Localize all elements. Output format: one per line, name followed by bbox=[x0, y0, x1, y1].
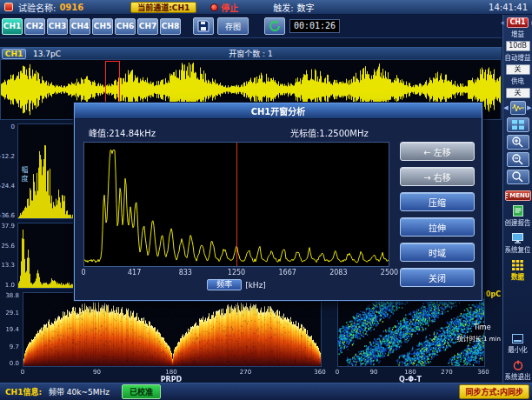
power-value[interactable]: 关 bbox=[506, 88, 530, 98]
power-label: 供电 bbox=[511, 77, 524, 85]
menu-icon bbox=[506, 193, 509, 198]
timer-reset-icon bbox=[269, 20, 281, 32]
power-exit-icon bbox=[513, 360, 523, 370]
spectrum-y-axis: 0 -12.2 -24.4 -36.6 bbox=[0, 123, 17, 219]
sidebar-item-label: 创建报告 bbox=[505, 217, 531, 227]
band-value: 频带 40k~5MHz bbox=[49, 386, 110, 397]
test-name-label: 试验名称: bbox=[18, 1, 56, 14]
save-icon bbox=[197, 20, 209, 32]
x-tick: 1250 bbox=[228, 269, 245, 277]
tab-ch7[interactable]: CH7 bbox=[137, 18, 158, 35]
tab-ch8[interactable]: CH8 bbox=[160, 18, 181, 35]
statistics-duration-label: 统计时长:1 min bbox=[457, 334, 501, 343]
prpd-plot bbox=[23, 292, 322, 367]
layout-view-button[interactable] bbox=[507, 117, 529, 132]
close-button[interactable]: 关闭 bbox=[400, 268, 475, 287]
minimize-button[interactable]: 最小化 bbox=[504, 332, 532, 356]
sidebar: « CH1 » 增益 10dB 自动增益 关 供电 关 ◀ ▶ bbox=[502, 15, 532, 383]
data-grid-icon bbox=[512, 260, 523, 270]
menu-header: MENU bbox=[505, 190, 531, 201]
waveform-icon bbox=[512, 103, 524, 112]
stretch-button[interactable]: 拉伸 bbox=[400, 217, 475, 237]
monitor-icon bbox=[512, 233, 523, 243]
display-prev-button[interactable]: ◀ bbox=[503, 104, 509, 111]
time-label: Time bbox=[474, 323, 491, 331]
x-tick: 2083 bbox=[329, 269, 347, 277]
window-analysis-dialog: CH1开窗分析 峰值:214.84kHz 光标值:1.2500MHz 0 417… bbox=[74, 103, 482, 301]
zoom-in-icon bbox=[512, 137, 523, 148]
tab-ch6[interactable]: CH6 bbox=[115, 18, 136, 35]
amplitude-spectrum-panel: 0 -12.2 -24.4 -36.6 幅度 bbox=[0, 123, 74, 219]
x-tick: 360 bbox=[314, 369, 325, 376]
app-window: 试验名称: 0916 当前通道:CH1 停止 触发: 数字 14:41:41 C… bbox=[0, 0, 532, 400]
x-tick: 180 bbox=[404, 369, 416, 376]
y-tick: 37.9 bbox=[1, 223, 15, 230]
y-tick: -24.4 bbox=[0, 183, 15, 190]
prpd-canvas bbox=[23, 293, 321, 366]
current-channel-badge: 当前通道:CH1 bbox=[130, 2, 196, 13]
zoom-reset-button[interactable] bbox=[507, 170, 529, 184]
frequency-cursor[interactable] bbox=[236, 143, 237, 266]
analysis-spectrum-plot[interactable] bbox=[83, 142, 389, 267]
zoom-in-button[interactable] bbox=[507, 135, 529, 150]
time-domain-button[interactable]: 时域 bbox=[400, 243, 475, 262]
system-clock: 14:41:41 bbox=[489, 3, 528, 12]
stop-label[interactable]: 停止 bbox=[221, 1, 238, 14]
x-tick: 90 bbox=[370, 369, 378, 376]
x-tick: 270 bbox=[441, 369, 452, 376]
create-report-button[interactable]: 创建报告 bbox=[504, 203, 532, 229]
elapsed-timer: 00:01:26 bbox=[289, 19, 340, 33]
minimize-icon bbox=[512, 334, 523, 343]
zoom-out-button[interactable] bbox=[507, 152, 529, 167]
y-tick: 9.7 bbox=[10, 343, 19, 350]
compress-button[interactable]: 压缩 bbox=[400, 192, 475, 211]
shift-left-button[interactable]: ← 左移 bbox=[400, 142, 475, 161]
y-tick: 0.0 bbox=[10, 360, 19, 367]
system-reset-button[interactable]: 系统复位 bbox=[504, 231, 532, 256]
sidebar-channel-selector: « CH1 » bbox=[499, 17, 532, 28]
stop-indicator-icon bbox=[210, 3, 218, 11]
y-tick: -36.6 bbox=[0, 212, 15, 219]
amplitude-axis-label: 幅度 bbox=[19, 166, 29, 183]
qpt-canvas bbox=[338, 293, 484, 366]
y-tick: 0 bbox=[11, 123, 15, 130]
data-button[interactable]: 数据 bbox=[504, 258, 532, 283]
peak-value-label: 峰值:214.84kHz bbox=[89, 126, 156, 139]
timer-reset-button[interactable] bbox=[264, 17, 285, 35]
topbar: 试验名称: 0916 当前通道:CH1 停止 触发: 数字 14:41:41 bbox=[0, 0, 532, 15]
channel-next-button[interactable]: » bbox=[529, 17, 532, 28]
dialog-title: CH1开窗分析 bbox=[251, 104, 306, 117]
save-image-button[interactable]: 存图 bbox=[217, 17, 249, 35]
shift-right-button[interactable]: → 右移 bbox=[400, 167, 475, 186]
x-tick: 0 bbox=[21, 369, 24, 376]
test-name-value: 0916 bbox=[59, 3, 83, 12]
auto-gain-value[interactable]: 关 bbox=[506, 64, 530, 75]
tab-ch5[interactable]: CH5 bbox=[92, 18, 113, 35]
save-button[interactable] bbox=[193, 17, 214, 35]
channel-prev-button[interactable]: « bbox=[499, 17, 506, 28]
frequency-axis-unit: [kHz] bbox=[245, 281, 266, 290]
x-tick: 180 bbox=[165, 369, 176, 376]
exit-button[interactable]: 系统退出 bbox=[504, 358, 532, 383]
x-tick: 417 bbox=[128, 269, 141, 277]
y-tick: 29.1 bbox=[5, 310, 19, 317]
waveform-view-button[interactable] bbox=[510, 101, 526, 115]
gain-value[interactable]: 10dB bbox=[506, 41, 530, 51]
tab-ch4[interactable]: CH4 bbox=[70, 18, 90, 35]
sidebar-channel-label: CH1 bbox=[507, 17, 528, 28]
app-icon bbox=[4, 3, 13, 11]
sidebar-item-label: 最小化 bbox=[508, 344, 528, 354]
tab-ch3[interactable]: CH3 bbox=[47, 18, 68, 35]
display-next-button[interactable]: ▶ bbox=[527, 104, 532, 111]
y-tick: 19.4 bbox=[5, 326, 19, 333]
analysis-x-axis: 0 417 833 1250 1667 2083 2500 bbox=[83, 269, 389, 277]
frequency-axis-chip[interactable]: 频率 bbox=[207, 279, 242, 290]
pulse-canvas bbox=[18, 223, 73, 288]
calibrated-badge: 已校准 bbox=[122, 384, 161, 399]
tab-ch1[interactable]: CH1 bbox=[2, 18, 23, 35]
x-tick: 2500 bbox=[381, 269, 398, 277]
trigger-label: 触发: bbox=[273, 1, 293, 14]
dialog-titlebar[interactable]: CH1开窗分析 bbox=[75, 103, 482, 119]
menu-label: MENU bbox=[509, 192, 529, 199]
tab-ch2[interactable]: CH2 bbox=[24, 18, 45, 35]
